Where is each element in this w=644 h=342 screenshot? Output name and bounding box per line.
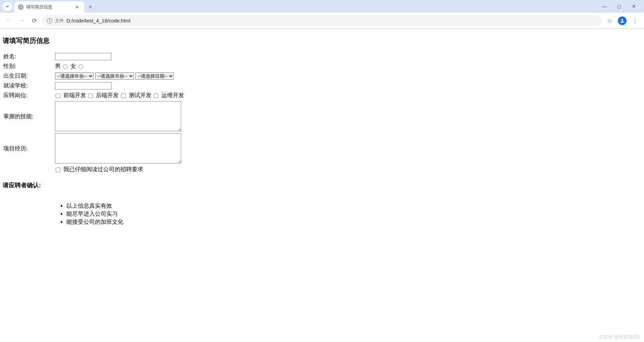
position-ops-label: 运维开发 — [161, 92, 184, 98]
page-body: 请填写简历信息 姓名: 性别: 男 女 出生日期: --请选择年份-- --请选… — [0, 29, 644, 228]
gender-female-label: 女 — [70, 63, 76, 69]
label-school: 就读学校: — [3, 81, 54, 90]
position-ops-checkbox[interactable] — [154, 93, 158, 98]
birth-year-select[interactable]: --请选择年份-- — [55, 72, 94, 80]
kebab-menu-icon[interactable]: ⋮ — [630, 17, 640, 24]
new-tab-button[interactable]: + — [85, 4, 96, 11]
confirm-list: 以上信息真实有效 能尽早进入公司实习 能接受公司的加班文化 — [66, 202, 641, 226]
address-bar: ← → ⟳ i 文件 D:/code/test_4_18/code.html ☆… — [0, 13, 644, 28]
reload-button[interactable]: ⟳ — [30, 16, 39, 25]
gender-male-label: 男 — [55, 63, 61, 69]
close-window-button[interactable]: ✕ — [631, 4, 637, 9]
browser-chrome: 填写简历信息 ✕ + — ◻ ✕ ← → ⟳ i 文件 D:/code/test… — [0, 0, 644, 29]
gender-male-radio[interactable] — [63, 64, 68, 69]
list-item: 以上信息真实有效 — [66, 202, 641, 210]
birth-month-select[interactable]: --请选择月份-- — [95, 72, 134, 80]
tab-title: 填写简历信息 — [26, 4, 71, 10]
position-frontend-checkbox[interactable] — [56, 93, 60, 98]
page-title: 请填写简历信息 — [3, 36, 641, 45]
birth-day-select[interactable]: --请选择日期-- — [135, 72, 174, 80]
confirm-heading: 请应聘者确认: — [3, 181, 641, 189]
back-button[interactable]: ← — [4, 16, 13, 25]
label-skills: 掌握的技能: — [3, 100, 54, 132]
minimize-button[interactable]: — — [601, 4, 608, 9]
window-controls: — ◻ ✕ — [601, 4, 644, 9]
name-input[interactable] — [55, 53, 111, 60]
label-gender: 性别: — [3, 62, 54, 71]
url-scheme-label: 文件 — [55, 18, 64, 24]
tab-bar: 填写简历信息 ✕ + — ◻ ✕ — [0, 0, 644, 13]
browser-tab[interactable]: 填写简历信息 ✕ — [14, 1, 85, 13]
list-item: 能尽早进入公司实习 — [66, 210, 641, 218]
resume-form: 姓名: 性别: 男 女 出生日期: --请选择年份-- --请选择月份-- --… — [3, 51, 185, 175]
label-name: 姓名: — [3, 52, 54, 61]
agree-checkbox[interactable] — [56, 167, 60, 172]
position-test-checkbox[interactable] — [121, 93, 126, 98]
forward-button[interactable]: → — [17, 16, 26, 25]
bookmark-star-icon[interactable]: ☆ — [605, 17, 614, 24]
url-text: D:/code/test_4_18/code.html — [66, 18, 130, 23]
position-test-label: 测试开发 — [129, 92, 152, 98]
close-icon[interactable]: ✕ — [74, 4, 80, 10]
label-projects: 项目经历: — [3, 133, 54, 164]
url-input[interactable]: i 文件 D:/code/test_4_18/code.html — [42, 15, 602, 26]
position-backend-checkbox[interactable] — [88, 93, 93, 98]
label-birth: 出生日期: — [3, 71, 54, 80]
label-position: 应聘岗位: — [3, 91, 54, 100]
profile-button[interactable] — [618, 16, 627, 25]
projects-textarea[interactable] — [55, 133, 181, 163]
list-item: 能接受公司的加班文化 — [66, 218, 641, 226]
school-input[interactable] — [55, 82, 111, 89]
skills-textarea[interactable] — [55, 101, 181, 131]
position-frontend-label: 前端开发 — [63, 92, 86, 98]
position-backend-label: 后端开发 — [96, 92, 119, 98]
agree-label: 我已仔细阅读过公司的招聘要求 — [63, 166, 143, 173]
maximize-button[interactable]: ◻ — [616, 4, 623, 9]
gender-female-radio[interactable] — [78, 64, 83, 69]
tab-search-button[interactable] — [3, 2, 12, 11]
globe-icon — [18, 4, 23, 10]
info-icon: i — [47, 18, 52, 23]
